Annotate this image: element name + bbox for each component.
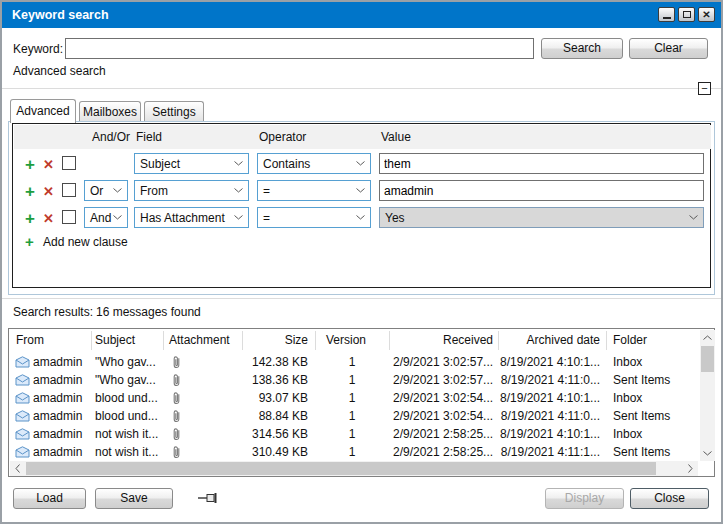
results-header-row: From Subject Attachment Size Version Rec… (9, 329, 698, 352)
column-received[interactable]: Received (403, 333, 493, 347)
pin-icon[interactable] (198, 492, 220, 504)
scroll-right-button[interactable] (683, 461, 698, 476)
column-version[interactable]: Version (326, 333, 366, 347)
section-divider (2, 88, 721, 89)
column-size[interactable]: Size (248, 333, 308, 347)
keyword-search-dialog: Keyword search ✕ Keyword: Search Clear A… (0, 0, 723, 524)
cell-folder: Sent Items (613, 409, 693, 423)
column-from[interactable]: From (16, 333, 44, 347)
minimize-icon (663, 17, 671, 19)
clause-checkbox[interactable] (62, 210, 76, 224)
close-button[interactable]: Close (630, 488, 709, 509)
column-folder[interactable]: Folder (613, 333, 647, 347)
table-row[interactable]: amadmin blood und... 88.84 KB 1 2/9/2021… (9, 407, 698, 425)
tab-settings[interactable]: Settings (144, 101, 204, 122)
chevron-down-icon (113, 188, 122, 193)
cell-from: amadmin (33, 409, 89, 423)
save-button[interactable]: Save (95, 488, 173, 509)
chevron-right-icon (688, 464, 693, 473)
value-input[interactable] (379, 180, 704, 201)
field-dropdown[interactable]: Has Attachment (134, 207, 249, 228)
chevron-down-icon (234, 161, 243, 166)
tab-mailboxes[interactable]: Mailboxes (79, 101, 141, 122)
clause-row: + ✕ Subject Contains (13, 151, 710, 178)
cell-size: 93.07 KB (248, 391, 308, 405)
add-clause-icon[interactable]: + (25, 185, 35, 199)
column-subject[interactable]: Subject (95, 333, 135, 347)
chevron-up-icon (703, 335, 712, 340)
table-row[interactable]: amadmin not wish it... 314.56 KB 1 2/9/2… (9, 425, 698, 443)
cell-version: 1 (326, 391, 378, 405)
envelope-icon (15, 374, 30, 386)
add-clause-icon[interactable]: + (25, 212, 35, 226)
column-separator (606, 331, 607, 350)
advanced-search-link[interactable]: Advanced search (13, 64, 106, 78)
cell-received: 2/9/2021 2:58:25... (393, 427, 493, 441)
envelope-icon (15, 446, 30, 458)
close-button-titlebar[interactable]: ✕ (698, 7, 715, 22)
clause-checkbox[interactable] (62, 183, 76, 197)
paperclip-icon (172, 391, 181, 406)
column-value: Value (381, 130, 411, 144)
cell-subject: blood und... (95, 391, 165, 405)
clear-button[interactable]: Clear (629, 38, 708, 59)
andor-dropdown[interactable]: Or (84, 180, 128, 201)
tab-advanced[interactable]: Advanced (10, 99, 76, 123)
horizontal-scrollbar-thumb[interactable] (26, 462, 656, 475)
clause-checkbox[interactable] (62, 156, 76, 170)
table-row[interactable]: amadmin not wish it... 310.49 KB 1 2/9/2… (9, 443, 698, 461)
search-button[interactable]: Search (541, 38, 623, 59)
cell-received: 2/9/2021 3:02:54... (393, 409, 493, 423)
delete-clause-icon[interactable]: ✕ (43, 158, 54, 172)
load-button[interactable]: Load (13, 488, 86, 509)
vertical-scrollbar[interactable] (700, 330, 715, 461)
cell-received: 2/9/2021 3:02:57... (393, 355, 493, 369)
table-row[interactable]: amadmin blood und... 93.07 KB 1 2/9/2021… (9, 389, 698, 407)
cell-folder: Sent Items (613, 445, 693, 459)
field-dropdown[interactable]: From (134, 180, 249, 201)
cell-archived-date: 8/19/2021 4:10:1... (500, 391, 600, 405)
paperclip-icon (172, 427, 181, 442)
cell-size: 310.49 KB (248, 445, 308, 459)
horizontal-scrollbar[interactable] (10, 461, 698, 476)
operator-dropdown[interactable]: Contains (257, 153, 371, 174)
cell-archived-date: 8/19/2021 4:10:1... (500, 355, 600, 369)
scroll-down-button[interactable] (700, 446, 715, 461)
search-results-label: Search results: (13, 305, 93, 319)
cell-folder: Inbox (613, 427, 693, 441)
keyword-input[interactable] (65, 38, 534, 59)
scroll-up-button[interactable] (700, 330, 715, 345)
chevron-left-icon (15, 464, 20, 473)
minimize-button[interactable] (658, 7, 675, 22)
table-row[interactable]: amadmin "Who gav... 138.36 KB 1 2/9/2021… (9, 371, 698, 389)
operator-dropdown[interactable]: = (257, 180, 371, 201)
vertical-scrollbar-thumb[interactable] (701, 346, 714, 372)
cell-subject: blood und... (95, 409, 165, 423)
chevron-down-icon (234, 188, 243, 193)
maximize-button[interactable] (678, 7, 695, 22)
clause-row: + ✕ Or From = (13, 178, 710, 205)
operator-dropdown[interactable]: = (257, 207, 371, 228)
cell-received: 2/9/2021 3:02:54... (393, 391, 493, 405)
collapse-advanced-toggle[interactable]: − (698, 82, 711, 95)
cell-archived-date: 8/19/2021 4:11:1... (500, 445, 600, 459)
scroll-left-button[interactable] (10, 461, 25, 476)
envelope-icon (15, 428, 30, 440)
add-clause-icon[interactable]: + (25, 158, 35, 172)
andor-dropdown[interactable]: And (84, 207, 128, 228)
column-archived-date[interactable]: Archived date (510, 333, 600, 347)
chevron-down-icon (689, 215, 698, 220)
delete-clause-icon[interactable]: ✕ (43, 185, 54, 199)
column-attachment[interactable]: Attachment (169, 333, 230, 347)
field-dropdown[interactable]: Subject (134, 153, 249, 174)
column-separator (242, 331, 243, 350)
delete-clause-icon[interactable]: ✕ (43, 212, 54, 226)
value-input[interactable] (379, 153, 704, 174)
cell-from: amadmin (33, 355, 89, 369)
value-dropdown[interactable]: Yes (379, 207, 704, 228)
column-separator (315, 331, 316, 350)
cell-received: 2/9/2021 2:58:25... (393, 445, 493, 459)
table-row[interactable]: amadmin "Who gav... 142.38 KB 1 2/9/2021… (9, 353, 698, 371)
chevron-down-icon (113, 215, 122, 220)
chevron-down-icon (356, 215, 365, 220)
